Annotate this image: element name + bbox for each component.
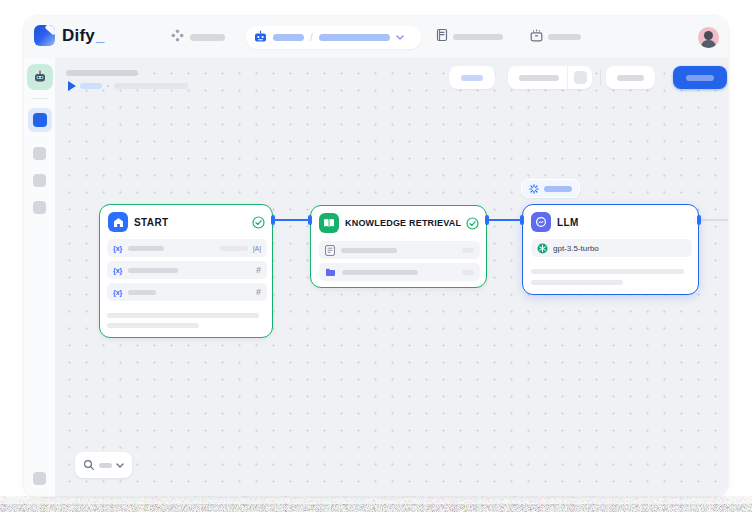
run-meta-pill [114, 83, 188, 89]
connector-icon [171, 28, 184, 46]
button-label-pill [519, 75, 559, 81]
sidebar-item-settings[interactable] [33, 472, 46, 485]
noise-strip [0, 504, 752, 512]
logo-cursor: _ [96, 27, 104, 44]
top-header: Dify _ / [24, 16, 728, 58]
play-icon [68, 81, 76, 91]
spinner-icon [529, 184, 539, 194]
workflow-icon [33, 113, 47, 127]
sidebar-item-placeholder-1[interactable] [33, 147, 46, 160]
handle-llm-in[interactable] [520, 215, 524, 225]
dify-logo[interactable]: Dify _ [34, 25, 104, 46]
source-meta-pill [462, 248, 474, 253]
variable-name-pill [128, 268, 178, 273]
app-name-pill [273, 34, 304, 41]
llm-icon [531, 212, 551, 232]
description-line [531, 280, 623, 285]
llm-running-badge [521, 179, 580, 198]
noise-strip [0, 496, 752, 506]
edge-start-to-knowledge[interactable] [273, 219, 310, 221]
more-options-icon[interactable] [574, 71, 587, 84]
left-sidebar [24, 58, 56, 497]
handle-start-out[interactable] [271, 215, 275, 225]
preview-button[interactable] [606, 66, 655, 89]
zoom-icon [83, 459, 95, 471]
notion-icon [325, 245, 335, 256]
variable-name-pill [128, 246, 164, 251]
node-llm-header: LLM [531, 212, 691, 232]
dot-separator [107, 85, 109, 87]
split-divider [567, 66, 568, 89]
description-line [107, 323, 199, 328]
placeholder-pill [453, 34, 503, 40]
edge-knowledge-to-llm[interactable] [487, 219, 522, 221]
handle-knowledge-out[interactable] [485, 215, 489, 225]
zoom-value-pill [99, 463, 112, 468]
node-knowledge-retrieval[interactable]: KNOWLEDGE RETRIEVAL [310, 205, 487, 288]
header-features-group[interactable] [171, 16, 225, 58]
node-title: KNOWLEDGE RETRIEVAL [345, 218, 461, 228]
variable-icon: {x} [113, 267, 122, 274]
header-docs-group[interactable] [436, 16, 503, 58]
sidebar-item-workflow-active[interactable] [28, 108, 52, 132]
features-button[interactable] [449, 66, 495, 89]
chevron-down-icon[interactable] [396, 35, 404, 40]
check-icon [252, 216, 265, 229]
zoom-control[interactable] [75, 452, 132, 478]
variable-icon: {x} [113, 245, 122, 252]
sidebar-item-placeholder-3[interactable] [33, 201, 46, 214]
book-icon [319, 213, 339, 233]
status-label-pill [544, 186, 572, 192]
source-name-pill [342, 270, 418, 275]
folder-icon [325, 268, 336, 277]
source-name-pill [341, 248, 397, 253]
logo-text: Dify [62, 26, 95, 46]
breadcrumb-separator: / [310, 32, 313, 43]
variable-value-pill [220, 246, 248, 251]
app-switcher[interactable]: / [246, 26, 421, 49]
node-start[interactable]: START {x} |A| {x} # {x} [99, 204, 273, 338]
variable-icon: {x} [113, 289, 122, 296]
number-type-icon: # [256, 265, 261, 275]
sidebar-item-placeholder-2[interactable] [33, 174, 46, 187]
button-label-pill [617, 75, 644, 81]
handle-llm-out[interactable] [697, 215, 701, 225]
header-agent-group[interactable] [530, 16, 581, 58]
node-title: LLM [557, 217, 579, 228]
variable-name-pill [128, 290, 156, 295]
run-status-row[interactable] [68, 81, 188, 91]
publish-button[interactable] [673, 66, 727, 89]
sidebar-divider [32, 98, 48, 99]
app-icon[interactable] [27, 64, 53, 90]
model-name: gpt-3.5-turbo [553, 244, 599, 253]
button-label-pill [461, 75, 483, 81]
logo-mark-icon [34, 25, 55, 46]
agent-icon [530, 28, 543, 46]
app-window: Dify _ / [24, 16, 728, 497]
button-label-pill [686, 75, 714, 81]
workflow-canvas[interactable]: START {x} |A| {x} # {x} [56, 58, 728, 497]
openai-icon [537, 243, 548, 254]
description-line [531, 269, 684, 274]
number-type-icon: # [256, 287, 261, 297]
node-start-header: START [108, 212, 265, 232]
avatar[interactable] [698, 27, 719, 48]
node-llm[interactable]: LLM gpt-3.5-turbo [522, 204, 699, 295]
workflow-title-pill [66, 70, 138, 76]
edge-llm-outgoing[interactable] [699, 219, 728, 221]
handle-knowledge-in[interactable] [308, 215, 312, 225]
run-label-pill [80, 83, 102, 89]
run-split-button[interactable] [508, 66, 592, 89]
llm-model-row: gpt-3.5-turbo [531, 239, 692, 257]
description-line [107, 313, 259, 318]
knowledge-source-row [319, 241, 480, 259]
node-knowledge-header: KNOWLEDGE RETRIEVAL [319, 213, 479, 233]
placeholder-pill [548, 34, 581, 40]
chevron-down-icon[interactable] [116, 463, 124, 468]
robot-icon [254, 29, 267, 47]
home-icon [108, 212, 128, 232]
workflow-name-pill [319, 34, 390, 41]
start-variable-row: {x} # [107, 283, 267, 301]
document-icon [436, 28, 448, 46]
check-icon [466, 217, 479, 230]
